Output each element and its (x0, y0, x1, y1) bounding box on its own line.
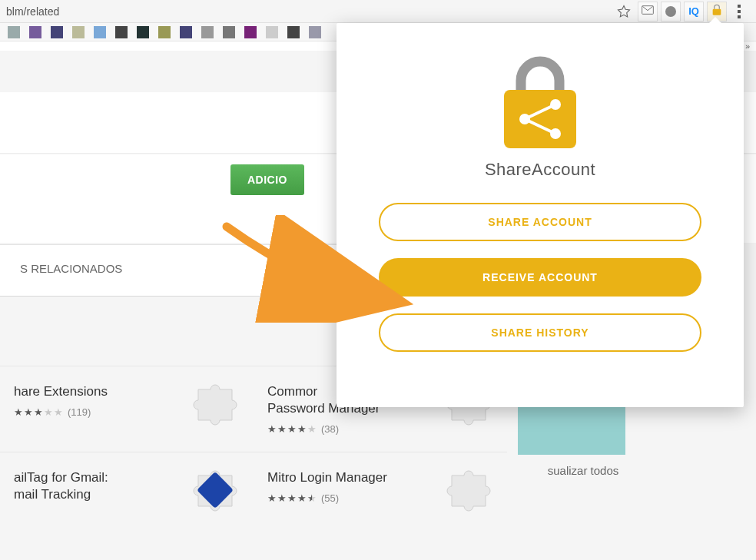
extension-title: Mitro Login Manager (267, 469, 444, 486)
share-history-button[interactable]: SHARE HISTORY (379, 313, 701, 352)
bookmark-item[interactable] (287, 26, 300, 38)
rating-stars: ★★★★★ (267, 423, 317, 435)
bookmark-item[interactable] (29, 26, 41, 38)
puzzle-icon (191, 469, 240, 511)
browser-menu-icon[interactable] (728, 5, 750, 18)
url-text[interactable]: blm/related (6, 5, 612, 18)
bookmark-item[interactable] (180, 26, 192, 38)
bookmark-item[interactable] (115, 26, 128, 38)
rating-stars: ★★★★★ (14, 406, 63, 418)
address-bar: blm/related IQ (0, 0, 756, 23)
bookmark-item[interactable] (266, 26, 278, 38)
svg-rect-1 (713, 8, 721, 15)
view-all-link[interactable]: sualizar todos (518, 464, 648, 477)
puzzle-icon (444, 469, 493, 511)
bookmark-item[interactable] (201, 26, 214, 38)
svg-rect-4 (504, 90, 576, 148)
rating-stars: ★★★★★ (267, 492, 317, 504)
shareaccount-popup: ShareAccount SHARE ACCOUNT RECEIVE ACCOU… (337, 23, 744, 407)
receive-account-button[interactable]: RECEIVE ACCOUNT (379, 258, 701, 297)
bookmark-item[interactable] (8, 26, 20, 38)
share-account-button[interactable]: SHARE ACCOUNT (379, 203, 701, 241)
bookmark-item[interactable] (309, 26, 321, 38)
review-count: (38) (321, 423, 339, 435)
review-count: (119) (68, 406, 91, 418)
bookmark-item[interactable] (94, 26, 106, 38)
review-count: (55) (321, 492, 339, 504)
bookmark-star-icon[interactable] (613, 1, 635, 22)
bookmark-item[interactable] (51, 26, 63, 38)
extension-title: hare Extensions (14, 383, 191, 400)
extension-card[interactable]: ailTag for Gmail: mail Tracking (0, 452, 254, 528)
shareaccount-logo-icon (482, 51, 598, 158)
extension-card[interactable]: Mitro Login Manager ★★★★★ (55) (254, 452, 507, 528)
bookmark-item[interactable] (72, 26, 85, 38)
extension-title: ailTag for Gmail: mail Tracking (14, 469, 191, 503)
extension-circle-icon[interactable] (661, 2, 681, 22)
bookmark-item[interactable] (244, 26, 257, 38)
bookmark-item[interactable] (223, 26, 235, 38)
extension-mail-icon[interactable] (638, 2, 658, 22)
extension-card[interactable]: hare Extensions ★★★★★ (119) (0, 366, 254, 452)
extension-iq-icon[interactable]: IQ (684, 2, 704, 22)
bookmark-item[interactable] (137, 26, 149, 38)
puzzle-icon (191, 383, 240, 425)
popup-title: ShareAccount (485, 160, 595, 180)
tab-related[interactable]: S RELACIONADOS (0, 245, 142, 296)
bookmark-item[interactable] (158, 26, 171, 38)
install-button[interactable]: ADICIO (230, 164, 304, 195)
